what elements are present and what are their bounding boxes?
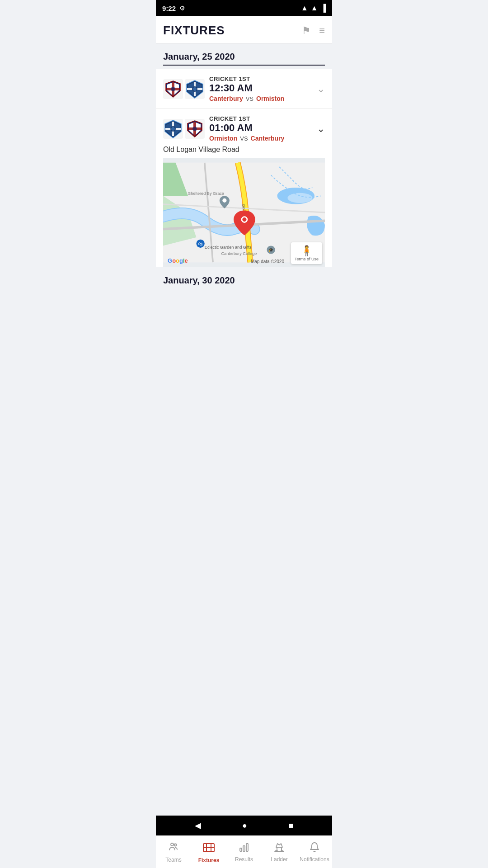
map-data-text: Map data ©2020 — [251, 259, 284, 264]
svg-text:ORMISTON: ORMISTON — [189, 99, 201, 99]
notifications-nav-label: Notifications — [300, 856, 329, 863]
nav-item-teams[interactable]: Teams — [156, 836, 191, 868]
page-title: FIXTURES — [163, 24, 225, 38]
svg-point-5 — [171, 87, 175, 91]
teams-nav-label: Teams — [165, 857, 181, 863]
ormiston-logo-2 — [163, 119, 183, 139]
status-bar: 9:22 ⚙ ▲ ▲ ▐ — [156, 0, 332, 16]
street-view-icon: 🧍 — [300, 245, 313, 257]
fixture-info-1: CRICKET 1ST 12:30 AM Canterbury VS Ormis… — [209, 75, 312, 102]
ladder-nav-label: Ladder — [271, 856, 287, 863]
fixture-sport-1: CRICKET 1ST — [209, 75, 312, 82]
fixtures-content: January, 25 2020 — [156, 43, 332, 344]
fixtures-nav-label: Fixtures — [198, 857, 220, 863]
results-icon — [239, 842, 249, 854]
svg-point-48 — [171, 843, 174, 846]
team2-name-2: Canterbury — [251, 135, 285, 142]
team-logos-1: ORMISTON — [163, 79, 205, 99]
fixture-teams-1: Canterbury VS Ormiston — [209, 95, 312, 102]
terms-text: Terms of Use — [295, 257, 319, 261]
wifi-icon: ▲ — [301, 4, 308, 12]
notifications-icon — [309, 842, 320, 854]
team2-name-1: Ormiston — [256, 95, 284, 102]
expand-chevron-1[interactable]: ⌄ — [317, 83, 325, 95]
svg-rect-56 — [246, 844, 248, 851]
date-label-jan30: January, 30 2020 — [163, 275, 325, 286]
fixture-card-1[interactable]: ORMISTON CRICKET 1ST 12:30 AM Canterbury… — [156, 69, 332, 109]
team-logos-2 — [163, 119, 205, 139]
svg-point-40 — [222, 198, 226, 203]
nav-item-notifications[interactable]: Notifications — [297, 836, 332, 868]
map-container[interactable]: Old Logan Rd Sheltered By Grace 🛍 — [163, 158, 325, 267]
svg-point-39 — [242, 217, 246, 222]
fixture-row-1: ORMISTON CRICKET 1ST 12:30 AM Canterbury… — [163, 75, 325, 102]
nav-item-fixtures[interactable]: Fixtures — [191, 836, 226, 868]
bottom-nav: Teams Fixtures Results — [156, 835, 332, 868]
header: FIXTURES ⚑ ≡ — [156, 16, 332, 43]
svg-text:Canterbury College: Canterbury College — [221, 251, 257, 256]
canterbury-logo-2 — [185, 119, 205, 139]
ladder-icon — [274, 842, 285, 854]
svg-text:🎓: 🎓 — [268, 247, 274, 253]
svg-rect-54 — [240, 848, 242, 851]
recents-button[interactable]: ■ — [288, 821, 293, 830]
date-section-jan30: January, 30 2020 — [156, 267, 332, 289]
fixture-info-2: CRICKET 1ST 01:00 AM Ormiston VS Canterb… — [209, 115, 312, 142]
google-logo: Google — [168, 257, 188, 264]
settings-icon[interactable]: ⚙ — [179, 5, 185, 12]
teams-icon — [168, 841, 179, 855]
svg-rect-55 — [243, 846, 245, 851]
nav-item-results[interactable]: Results — [226, 836, 262, 868]
venue-label: Old Logan Village Road — [163, 146, 325, 154]
flag-icon[interactable]: ⚑ — [302, 25, 311, 37]
svg-text:Eclectic Garden and Gifts: Eclectic Garden and Gifts — [205, 245, 252, 250]
fixture-teams-2: Ormiston VS Canterbury — [209, 135, 312, 142]
svg-point-32 — [287, 193, 312, 203]
vs-text-1: VS — [246, 95, 253, 102]
vs-text-2: VS — [240, 135, 248, 142]
svg-text:🛍: 🛍 — [198, 241, 203, 246]
nav-item-ladder[interactable]: Ladder — [262, 836, 297, 868]
canterbury-logo-1 — [163, 79, 183, 99]
expand-chevron-2[interactable]: ⌄ — [317, 123, 325, 135]
terms-of-use-box[interactable]: 🧍 Terms of Use — [291, 242, 322, 264]
svg-point-20 — [171, 127, 175, 131]
fixture-time-1: 12:30 AM — [209, 82, 312, 94]
svg-text:Sheltered By Grace: Sheltered By Grace — [188, 191, 224, 196]
fixture-card-2[interactable]: CRICKET 1ST 01:00 AM Ormiston VS Canterb… — [156, 109, 332, 267]
date-section-jan25: January, 25 2020 — [156, 43, 332, 69]
fixture-time-2: 01:00 AM — [209, 122, 312, 134]
battery-icon: ▐ — [321, 4, 326, 12]
status-icons: ▲ ▲ ▐ — [301, 4, 326, 12]
fixture-row-2: CRICKET 1ST 01:00 AM Ormiston VS Canterb… — [163, 115, 325, 142]
date-underline — [163, 65, 325, 66]
fixtures-icon — [202, 841, 215, 855]
team1-name-1: Canterbury — [209, 95, 243, 102]
fixture-sport-2: CRICKET 1ST — [209, 115, 312, 122]
signal-icon: ▲ — [311, 4, 318, 12]
status-time: 9:22 — [162, 5, 176, 12]
ormiston-logo-1: ORMISTON — [185, 79, 205, 99]
svg-point-49 — [174, 844, 177, 846]
filter-icon[interactable]: ≡ — [319, 25, 325, 37]
date-label-jan25: January, 25 2020 — [163, 52, 325, 62]
svg-point-26 — [192, 127, 197, 131]
svg-point-12 — [193, 87, 197, 91]
header-actions: ⚑ ≡ — [302, 25, 325, 37]
home-button[interactable]: ● — [242, 821, 247, 830]
team1-name-2: Ormiston — [209, 135, 237, 142]
android-nav-bar: ◀ ● ■ — [156, 816, 332, 835]
back-button[interactable]: ◀ — [195, 821, 201, 830]
results-nav-label: Results — [235, 856, 253, 863]
